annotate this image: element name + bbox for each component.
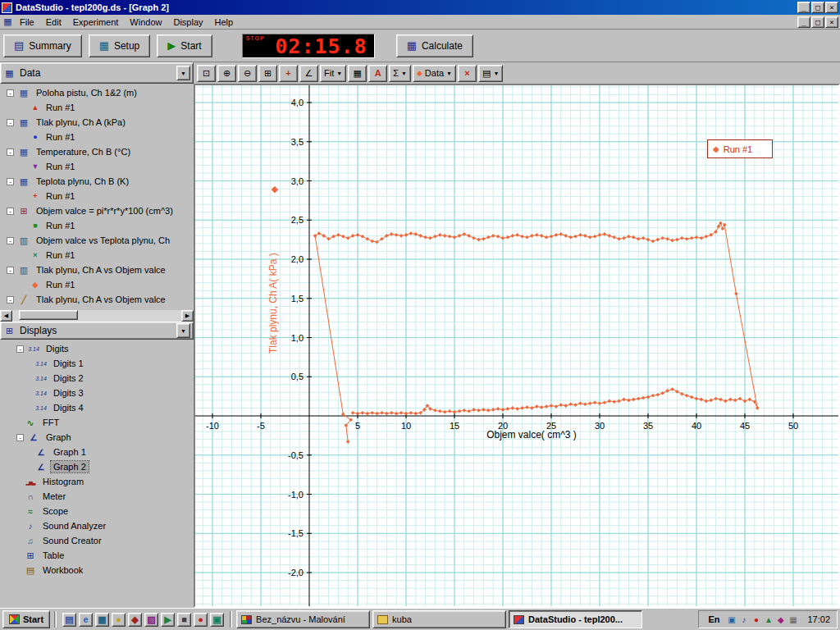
- setup-button[interactable]: ▦ Setup: [89, 34, 151, 57]
- zoom-select-button[interactable]: ⊞: [258, 65, 277, 82]
- data-tree-item[interactable]: ▲Run #1: [0, 100, 194, 115]
- tray-icon[interactable]: ▦: [787, 614, 799, 626]
- data-tree-hscrollbar[interactable]: ◀ ▶: [0, 310, 194, 322]
- task-button-datastudio[interactable]: DataStudio - tepl200...: [509, 610, 642, 628]
- tree-collapse-icon[interactable]: -: [7, 89, 14, 97]
- zoom-out-button[interactable]: ⊖: [238, 65, 257, 82]
- keyboard-layout-indicator[interactable]: En: [705, 614, 722, 625]
- scrollbar-track[interactable]: [12, 310, 181, 322]
- graph-canvas[interactable]: -10-551015202530354045504,03,53,02,52,01…: [195, 85, 838, 606]
- quick-launch-icon[interactable]: ●: [194, 613, 208, 627]
- quick-launch-icon[interactable]: ◆: [128, 613, 142, 627]
- zoom-in-button[interactable]: ⊕: [217, 65, 236, 82]
- maximize-button[interactable]: □: [811, 2, 824, 13]
- menu-file[interactable]: File: [14, 16, 40, 29]
- displays-tree-item[interactable]: Meter: [10, 489, 194, 504]
- start-button[interactable]: ▶ Start: [157, 34, 212, 57]
- slope-tool-button[interactable]: ∠: [299, 65, 318, 82]
- tray-icon[interactable]: ◆: [774, 614, 787, 626]
- data-menu-button[interactable]: ◆Data▼: [413, 65, 456, 82]
- data-panel-menu-button[interactable]: ▼: [176, 66, 190, 80]
- tree-collapse-icon[interactable]: -: [16, 345, 24, 353]
- scroll-right-icon[interactable]: ▶: [181, 310, 194, 322]
- displays-tree-item[interactable]: Sound Analyzer: [10, 518, 194, 533]
- quick-launch-icon[interactable]: ▣: [210, 613, 224, 627]
- tree-collapse-icon[interactable]: -: [7, 267, 14, 274]
- summary-button[interactable]: ▤ Summary: [3, 34, 82, 57]
- text-annotation-button[interactable]: A: [368, 65, 387, 82]
- data-tree-item[interactable]: -Objem valce = pi*r*r*y*100 (cm^3): [0, 203, 194, 218]
- data-tree-item[interactable]: -Teplota plynu, Ch B (K): [0, 174, 194, 189]
- tray-icon[interactable]: ▣: [725, 614, 737, 626]
- graph-legend[interactable]: ◆ Run #1: [707, 139, 773, 158]
- child-minimize-button[interactable]: _: [797, 16, 810, 28]
- close-button[interactable]: ×: [825, 2, 838, 13]
- graph-settings-button[interactable]: ▤▼: [478, 65, 503, 82]
- task-button-paint[interactable]: Bez_názvu - Malování: [236, 610, 370, 628]
- scale-to-fit-button[interactable]: ⊡: [197, 65, 216, 82]
- data-tree-item[interactable]: -Tlak plynu, Ch A vs Objem valce: [0, 292, 194, 307]
- tree-collapse-icon[interactable]: -: [7, 208, 14, 215]
- menu-experiment[interactable]: Experiment: [67, 16, 125, 29]
- calculate-tool-button[interactable]: ▦: [348, 65, 367, 82]
- displays-tree-item[interactable]: FFT: [10, 415, 194, 430]
- fit-menu-button[interactable]: Fit▼: [320, 65, 346, 82]
- displays-tree-item[interactable]: Digits 3: [10, 386, 194, 400]
- title-bar[interactable]: DataStudio - tepl200g.ds - [Graph 2] _ □…: [0, 0, 840, 15]
- displays-tree-item[interactable]: -Digits: [10, 341, 194, 356]
- scroll-left-icon[interactable]: ◀: [0, 310, 12, 322]
- data-tree-item[interactable]: ▼Run #1: [0, 159, 194, 174]
- displays-panel-menu-button[interactable]: ▼: [176, 323, 190, 338]
- tree-collapse-icon[interactable]: -: [7, 148, 14, 156]
- data-tree-item[interactable]: ●Run #1: [0, 130, 194, 144]
- task-button-kuba[interactable]: kuba: [372, 610, 506, 628]
- calculate-button[interactable]: ▦ Calculate: [396, 34, 473, 57]
- displays-tree-item[interactable]: Table: [10, 548, 194, 563]
- data-tree-item[interactable]: -Temperature, Ch B (°C): [0, 144, 194, 159]
- data-tree-item[interactable]: -Objem valce vs Teplota plynu, Ch: [0, 233, 194, 248]
- child-restore-button[interactable]: □: [811, 16, 824, 28]
- quick-launch-icon[interactable]: ▤: [62, 613, 76, 627]
- quick-launch-icon[interactable]: e: [79, 613, 93, 627]
- data-tree-item[interactable]: -Poloha pistu, Ch 1&2 (m): [0, 85, 194, 100]
- menu-help[interactable]: Help: [209, 16, 240, 29]
- displays-tree-item[interactable]: -Graph: [10, 430, 194, 445]
- tray-icon[interactable]: ●: [750, 614, 762, 626]
- tree-collapse-icon[interactable]: -: [7, 237, 14, 244]
- menu-window[interactable]: Window: [124, 16, 167, 29]
- statistics-button[interactable]: Σ▼: [389, 65, 411, 82]
- scrollbar-thumb[interactable]: [19, 310, 78, 320]
- quick-launch-icon[interactable]: ▶: [161, 613, 175, 627]
- data-tree-item[interactable]: ×Run #1: [0, 248, 194, 262]
- data-tree-item[interactable]: -Tlak plynu, Ch A vs Objem valce: [0, 262, 194, 277]
- data-tree-item[interactable]: ◆Run #1: [0, 277, 194, 292]
- smart-tool-button[interactable]: +: [279, 65, 298, 82]
- displays-tree-item[interactable]: Graph 1: [10, 445, 194, 459]
- displays-tree-item[interactable]: Graph 2: [10, 459, 194, 474]
- menu-edit[interactable]: Edit: [40, 16, 67, 29]
- quick-launch-icon[interactable]: ▨: [144, 613, 158, 627]
- menu-display[interactable]: Display: [167, 16, 208, 29]
- tree-collapse-icon[interactable]: -: [16, 434, 24, 441]
- child-close-button[interactable]: ×: [825, 16, 838, 28]
- quick-launch-icon[interactable]: ▦: [95, 613, 109, 627]
- displays-tree-item[interactable]: Histogram: [10, 474, 194, 489]
- data-tree-item[interactable]: -Tlak plynu, Ch A (kPa): [0, 115, 194, 130]
- tray-icon[interactable]: ♪: [737, 614, 750, 626]
- displays-tree-item[interactable]: Scope: [10, 504, 194, 518]
- tree-collapse-icon[interactable]: -: [7, 178, 14, 185]
- displays-tree-item[interactable]: Sound Creator: [10, 533, 194, 548]
- tray-icon[interactable]: ▲: [762, 614, 774, 626]
- quick-launch-icon[interactable]: ●: [112, 613, 126, 627]
- displays-tree-item[interactable]: Digits 1: [10, 356, 194, 371]
- start-menu-button[interactable]: Start: [2, 610, 50, 628]
- minimize-button[interactable]: _: [797, 2, 810, 13]
- displays-tree-item[interactable]: Digits 2: [10, 371, 194, 386]
- tree-collapse-icon[interactable]: -: [7, 296, 14, 304]
- graph-plot-area[interactable]: -10-551015202530354045504,03,53,02,52,01…: [195, 85, 838, 606]
- data-tree-item[interactable]: +Run #1: [0, 189, 194, 203]
- data-tree-item[interactable]: ■Run #1: [0, 218, 194, 233]
- tree-collapse-icon[interactable]: -: [7, 119, 14, 126]
- delete-button[interactable]: ×: [458, 65, 477, 82]
- displays-tree-item[interactable]: Workbook: [10, 563, 194, 578]
